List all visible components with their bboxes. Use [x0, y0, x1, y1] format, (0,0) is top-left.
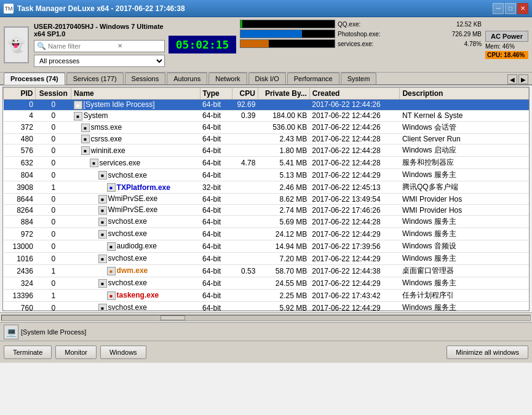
process-icon: ■ — [81, 135, 90, 143]
close-button[interactable]: ✕ — [517, 3, 528, 14]
table-row[interactable]: 632 0 ■services.exe 64-bit 4.78 5.41 MB … — [4, 157, 529, 169]
tab-diskio[interactable]: Disk I/O — [248, 73, 286, 84]
col-header-cpu[interactable]: CPU — [232, 88, 258, 100]
cell-created: 2017-06-22 12:44:29 — [309, 253, 400, 265]
table-row[interactable]: 760 0 ■svchost.exe 64-bit 5.92 MB 2017-0… — [4, 302, 529, 311]
mem-label: Mem: 46% — [485, 43, 528, 50]
cell-created: 2017-06-22 12:44:28 — [309, 133, 400, 144]
scrollbar-thumb[interactable] — [161, 315, 185, 320]
tab-sessions[interactable]: Sessions — [125, 73, 166, 84]
cell-created: 2017-06-22 12:44:29 — [309, 169, 400, 181]
table-row[interactable]: 3908 1 ■TXPlatform.exe 32-bit 2.46 MB 20… — [4, 181, 529, 194]
windows-button[interactable]: Windows — [100, 346, 146, 359]
cell-cpu — [232, 277, 258, 290]
terminate-button[interactable]: Terminate — [4, 346, 52, 359]
table-row[interactable]: 4 0 ■System 64-bit 0.39 184.00 KB 2017-0… — [4, 110, 529, 121]
col-header-session[interactable]: Session — [36, 88, 71, 100]
cell-session: 1 — [36, 265, 71, 277]
cell-created: 2017-06-22 12:44:26 — [309, 110, 400, 121]
stat-value-services: 4.78% — [439, 41, 482, 47]
cell-private: 8.62 MB — [258, 194, 309, 205]
table-row[interactable]: 8264 0 ■WmiPrvSE.exe 64-bit 2.74 MB 2017… — [4, 205, 529, 216]
table-row[interactable]: 884 0 ■svchost.exe 64-bit 5.69 MB 2017-0… — [4, 216, 529, 228]
tab-network[interactable]: Network — [208, 73, 247, 84]
col-header-private[interactable]: Private By... — [258, 88, 309, 100]
cell-cpu — [232, 216, 258, 228]
cell-pid: 0 — [4, 100, 36, 111]
cell-name: ■WmiPrvSE.exe — [71, 205, 200, 216]
cell-created: 2017-06-22 17:46:26 — [309, 205, 400, 216]
cell-desc: WMI Provider Hos — [400, 194, 529, 205]
status-icon: 💻 — [4, 325, 18, 339]
cell-desc: Windows 服务主 — [400, 277, 529, 290]
process-table-container[interactable]: PID Session Name Type CPU Private By... … — [2, 87, 530, 311]
user-info: USER-20170405HJ - Windows 7 Ultimate x64… — [34, 23, 165, 67]
tab-services[interactable]: Services (177) — [66, 73, 124, 84]
col-header-type[interactable]: Type — [200, 88, 232, 100]
cell-session: 0 — [36, 302, 71, 311]
cell-name: ■csrss.exe — [71, 133, 200, 144]
minimize-button[interactable]: ─ — [493, 3, 504, 14]
scrollbar-track[interactable] — [1, 315, 531, 321]
cell-pid: 884 — [4, 216, 36, 228]
col-header-pid[interactable]: PID — [4, 88, 36, 100]
cell-pid: 8264 — [4, 205, 36, 216]
photoshop-bar — [240, 30, 301, 38]
tab-processes[interactable]: Processes (74) — [4, 73, 65, 85]
cell-pid: 3908 — [4, 181, 36, 194]
table-row[interactable]: 13000 0 ■audiodg.exe 64-bit 14.94 MB 201… — [4, 240, 529, 253]
col-header-created[interactable]: Created — [309, 88, 400, 100]
cell-type: 64-bit — [200, 157, 232, 169]
cell-created: 2017-06-22 12:45:13 — [309, 181, 400, 194]
table-row[interactable]: 480 0 ■csrss.exe 64-bit 2.43 MB 2017-06-… — [4, 133, 529, 144]
stat-label-qq: QQ.exe: — [338, 21, 436, 28]
maximize-button[interactable]: □ — [505, 3, 516, 14]
search-input[interactable] — [48, 42, 116, 50]
table-row[interactable]: 804 0 ■svchost.exe 64-bit 5.13 MB 2017-0… — [4, 169, 529, 181]
tab-nav-left[interactable]: ◀ — [507, 74, 517, 84]
table-row[interactable]: 1016 0 ■svchost.exe 64-bit 7.20 MB 2017-… — [4, 253, 529, 265]
tab-system[interactable]: System — [341, 73, 377, 84]
cell-created: 2017-06-22 17:39:56 — [309, 240, 400, 253]
cell-name: ■svchost.exe — [71, 169, 200, 181]
table-row[interactable]: 2436 1 ■dwm.exe 64-bit 0.53 58.70 MB 201… — [4, 265, 529, 277]
cell-private: 5.13 MB — [258, 169, 309, 181]
tab-performance[interactable]: Performance — [287, 73, 339, 84]
table-row[interactable]: 324 0 ■svchost.exe 64-bit 24.55 MB 2017-… — [4, 277, 529, 290]
cell-pid: 760 — [4, 302, 36, 311]
power-section: AC Power Mem: 46% CPU: 18.46% — [485, 20, 528, 69]
cell-cpu — [232, 290, 258, 302]
stat-bar-photoshop — [240, 30, 335, 38]
cell-cpu — [232, 121, 258, 133]
cell-type: 64-bit — [200, 169, 232, 181]
cell-pid: 13000 — [4, 240, 36, 253]
table-row[interactable]: 0 0 ■[System Idle Process] 64-bit 92.69 … — [4, 100, 529, 111]
services-bar — [240, 40, 269, 47]
cell-session: 0 — [36, 253, 71, 265]
cell-type: 64-bit — [200, 228, 232, 240]
cell-created: 2017-06-22 12:44:29 — [309, 228, 400, 240]
process-icon: ■ — [98, 206, 107, 215]
process-icon: ■ — [74, 112, 82, 121]
col-header-desc[interactable]: Description — [400, 88, 529, 100]
cell-private: 536.00 KB — [258, 121, 309, 133]
tab-nav-right[interactable]: ▶ — [518, 74, 528, 84]
minimize-all-button[interactable]: Minimize all windows — [447, 346, 528, 359]
process-icon: ■ — [98, 230, 107, 239]
table-row[interactable]: 576 0 ■wininit.exe 64-bit 1.80 MB 2017-0… — [4, 144, 529, 157]
cell-cpu — [232, 205, 258, 216]
process-icon: ■ — [107, 267, 116, 275]
table-row[interactable]: 8644 0 ■WmiPrvSE.exe 64-bit 8.62 MB 2017… — [4, 194, 529, 205]
cell-desc: Windows 服务主 — [400, 169, 529, 181]
process-filter-select[interactable]: All processes — [34, 55, 165, 67]
clear-search-button[interactable]: ✕ — [117, 42, 122, 49]
col-header-name[interactable]: Name — [71, 88, 200, 100]
table-row[interactable]: 13396 1 ■taskeng.exe 64-bit 2.25 MB 2017… — [4, 290, 529, 302]
monitor-button[interactable]: Monitor — [55, 346, 97, 359]
cell-pid: 632 — [4, 157, 36, 169]
horizontal-scrollbar[interactable] — [0, 312, 532, 322]
table-row[interactable]: 972 0 ■svchost.exe 64-bit 24.12 MB 2017-… — [4, 228, 529, 240]
tab-autoruns[interactable]: Autoruns — [167, 73, 207, 84]
table-row[interactable]: 372 0 ■smss.exe 64-bit 536.00 KB 2017-06… — [4, 121, 529, 133]
cell-type: 64-bit — [200, 290, 232, 302]
